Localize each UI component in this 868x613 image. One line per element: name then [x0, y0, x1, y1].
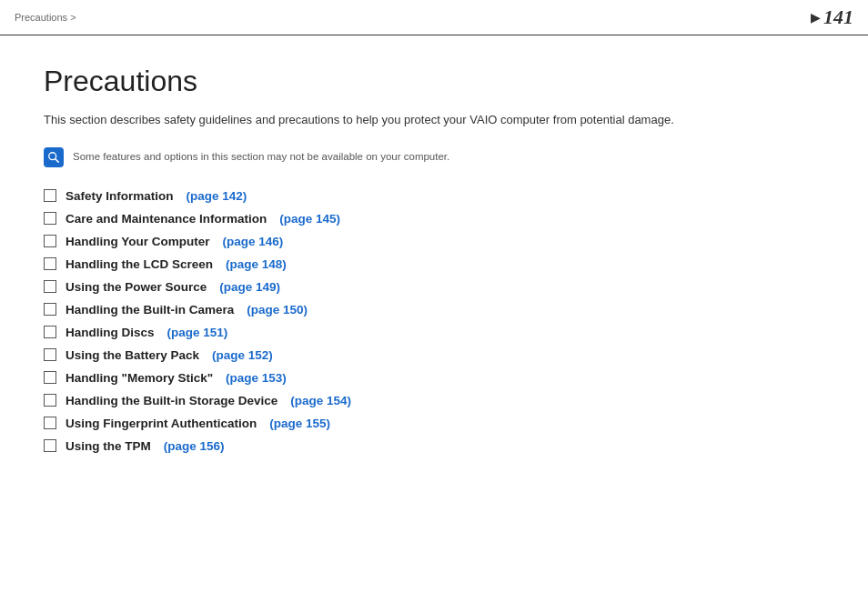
- list-item: Handling the Built-in Storage Device(pag…: [44, 394, 824, 407]
- list-item: Using Fingerprint Authentication(page 15…: [44, 417, 824, 430]
- list-item: Care and Maintenance Information(page 14…: [44, 212, 824, 226]
- checkbox-icon: [44, 348, 56, 361]
- list-item: Handling the LCD Screen(page 148): [44, 257, 824, 271]
- item-page-link[interactable]: (page 153): [226, 371, 287, 385]
- item-label: Handling the LCD Screen: [66, 257, 213, 271]
- list-item: Handling Discs(page 151): [44, 326, 824, 339]
- item-page-link[interactable]: (page 149): [219, 280, 280, 294]
- item-label: Using the Battery Pack: [66, 348, 199, 362]
- item-page-link[interactable]: (page 155): [269, 417, 330, 430]
- page-number-container: ▶ 141: [811, 5, 853, 29]
- toc-list: Safety Information(page 142)Care and Mai…: [44, 189, 824, 453]
- info-icon: [44, 147, 64, 167]
- item-page-link[interactable]: (page 151): [167, 326, 228, 339]
- checkbox-icon: [44, 280, 56, 293]
- note-text: Some features and options in this sectio…: [73, 147, 449, 165]
- item-label: Safety Information: [66, 189, 174, 203]
- list-item: Safety Information(page 142): [44, 189, 824, 203]
- item-label: Care and Maintenance Information: [66, 212, 267, 226]
- item-page-link[interactable]: (page 152): [212, 348, 273, 362]
- checkbox-icon: [44, 326, 56, 338]
- item-label: Using the Power Source: [66, 280, 207, 294]
- checkbox-icon: [44, 371, 56, 384]
- page-arrow-icon: ▶: [811, 11, 820, 25]
- item-label: Handling the Built-in Storage Device: [66, 394, 278, 407]
- main-content: Precautions This section describes safet…: [0, 35, 868, 491]
- breadcrumb: Precautions >: [15, 12, 76, 23]
- svg-line-1: [56, 158, 59, 162]
- item-page-link[interactable]: (page 145): [279, 212, 340, 226]
- checkbox-icon: [44, 303, 56, 316]
- checkbox-icon: [44, 212, 56, 225]
- list-item: Using the Power Source(page 149): [44, 280, 824, 294]
- item-label: Handling Discs: [66, 326, 155, 339]
- checkbox-icon: [44, 394, 56, 407]
- item-label: Handling Your Computer: [66, 235, 210, 248]
- item-page-link[interactable]: (page 142): [187, 189, 247, 203]
- checkbox-icon: [44, 235, 56, 247]
- item-page-link[interactable]: (page 148): [226, 257, 287, 271]
- list-item: Handling Your Computer(page 146): [44, 235, 824, 248]
- page-number: 141: [823, 5, 853, 29]
- item-page-link[interactable]: (page 156): [164, 439, 225, 453]
- list-item: Using the Battery Pack(page 152): [44, 348, 824, 362]
- item-label: Handling the Built-in Camera: [66, 303, 234, 317]
- breadcrumb-bar: Precautions > ▶ 141: [0, 0, 868, 35]
- page-title: Precautions: [44, 65, 824, 98]
- list-item: Handling "Memory Stick"(page 153): [44, 371, 824, 385]
- item-label: Handling "Memory Stick": [66, 371, 213, 385]
- list-item: Handling the Built-in Camera(page 150): [44, 303, 824, 317]
- intro-text: This section describes safety guidelines…: [44, 111, 824, 129]
- item-label: Using Fingerprint Authentication: [66, 417, 257, 430]
- item-page-link[interactable]: (page 154): [290, 394, 351, 407]
- checkbox-icon: [44, 439, 56, 452]
- checkbox-icon: [44, 257, 56, 270]
- checkbox-icon: [44, 417, 56, 429]
- list-item: Using the TPM(page 156): [44, 439, 824, 453]
- note-box: Some features and options in this sectio…: [44, 147, 824, 167]
- search-svg: [47, 151, 60, 164]
- item-page-link[interactable]: (page 146): [223, 235, 284, 248]
- item-label: Using the TPM: [66, 439, 151, 453]
- checkbox-icon: [44, 189, 56, 202]
- item-page-link[interactable]: (page 150): [247, 303, 308, 317]
